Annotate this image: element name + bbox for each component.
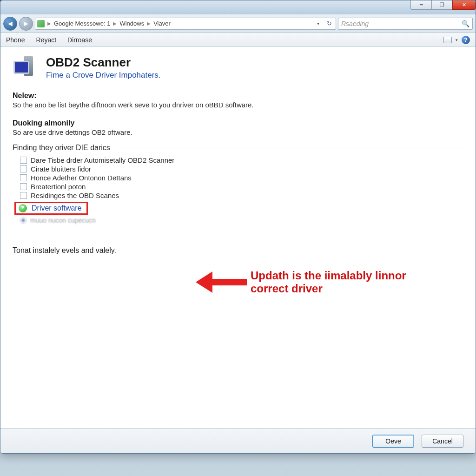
- option-label: muuo nucon cupecucn: [30, 217, 96, 224]
- refresh-icon[interactable]: ↻: [325, 20, 334, 27]
- section-label: Nelew:: [13, 92, 463, 100]
- page-header: OBD2 Scanner Fime a Crove Driver Impohat…: [13, 55, 463, 81]
- option-label: Cirate bluitters fidor: [31, 165, 91, 173]
- chevron-right-icon: ▶: [47, 21, 51, 26]
- breadcrumb-seg[interactable]: Viaver: [153, 20, 171, 27]
- button-bar: Oeve Cancel: [0, 428, 476, 453]
- checkbox-icon[interactable]: [20, 157, 27, 164]
- legend-text: Finding they oriver DIE darics: [13, 144, 110, 152]
- driver-software-link[interactable]: Driver software: [14, 202, 88, 215]
- chevron-down-icon[interactable]: ▾: [456, 38, 458, 42]
- arrow-left-icon: [196, 271, 247, 293]
- back-button[interactable]: ◄: [3, 17, 17, 31]
- annotation-callout: Updath is the iimalably linnor correct d…: [196, 269, 427, 295]
- footer-note: Tonat instalely evels and valely.: [13, 246, 463, 255]
- checkbox-icon[interactable]: [20, 165, 27, 172]
- search-icon[interactable]: 🔍: [462, 20, 469, 27]
- minimize-button[interactable]: ━: [410, 0, 432, 10]
- checkbox-icon[interactable]: [20, 174, 27, 181]
- option-label: Residinges the OBD Scanes: [31, 192, 119, 199]
- cancel-button[interactable]: Cancel: [422, 435, 463, 448]
- content-area: OBD2 Scanner Fime a Crove Driver Impohat…: [0, 47, 476, 428]
- fieldset-legend: Finding they oriver DIE darics: [13, 144, 463, 154]
- menu-item-reyact[interactable]: Reyact: [36, 36, 56, 44]
- device-icon: [13, 55, 39, 81]
- ok-button[interactable]: Oeve: [372, 435, 414, 448]
- forward-arrow-icon: ►: [22, 20, 30, 28]
- address-bar[interactable]: ▶ Google Messsowe: 1 ▶ Windows ▶ Viaver …: [35, 18, 336, 30]
- folder-icon: [37, 20, 45, 27]
- option-list: Dare Tisbe drder Automisetally OBD2 Scan…: [13, 154, 463, 202]
- radio-icon[interactable]: [20, 217, 26, 224]
- search-placeholder: Rsaeding: [341, 20, 369, 27]
- titlebar: ━ ❐ ✕: [0, 0, 476, 14]
- menu-item-dirroase[interactable]: Dirroase: [67, 36, 92, 44]
- page-subtitle: Fime a Crove Driver Impohaters.: [46, 71, 161, 80]
- option-item[interactable]: Cirate bluitters fidor: [20, 165, 463, 173]
- page-title: OBD2 Scanner: [46, 55, 161, 70]
- option-item[interactable]: Honce Adether Ontonon Dettans: [20, 173, 463, 182]
- option-label: Honce Adether Ontonon Dettans: [31, 174, 132, 182]
- option-item[interactable]: Breatertionl poton: [20, 182, 463, 191]
- obscured-option[interactable]: muuo nucon cupecucn: [20, 217, 463, 224]
- option-item[interactable]: Residinges the OBD Scanes: [20, 191, 463, 200]
- section-body: So the ano be list beythe diftnoon werk …: [13, 101, 463, 109]
- breadcrumb-seg[interactable]: Windows: [119, 20, 144, 27]
- section-nelew: Nelew: So the ano be list beythe diftnoo…: [13, 92, 463, 109]
- close-button[interactable]: ✕: [452, 0, 476, 10]
- search-input[interactable]: Rsaeding 🔍: [338, 18, 473, 30]
- option-label: Breatertionl poton: [31, 183, 86, 191]
- help-icon[interactable]: ?: [462, 36, 470, 44]
- chevron-right-icon: ▶: [113, 21, 117, 26]
- section-duoking: Duoking almonily So are use drive dettin…: [13, 119, 463, 136]
- menu-item-phone[interactable]: Phone: [6, 36, 25, 44]
- checkbox-icon[interactable]: [20, 192, 27, 199]
- option-item[interactable]: Dare Tisbe drder Automisetally OBD2 Scan…: [20, 156, 463, 165]
- section-body: So are use drive dettings OB2 oftware.: [13, 128, 463, 136]
- download-icon: [19, 204, 27, 212]
- breadcrumb-seg[interactable]: Google Messsowe: 1: [54, 20, 110, 27]
- option-label: Dare Tisbe drder Automisetally OBD2 Scan…: [31, 156, 174, 164]
- maximize-button[interactable]: ❐: [431, 0, 453, 10]
- nav-toolbar: ◄ ► ▶ Google Messsowe: 1 ▶ Windows ▶ Via…: [0, 14, 476, 33]
- checkbox-icon[interactable]: [20, 183, 27, 190]
- window: ━ ❐ ✕ ◄ ► ▶ Google Messsowe: 1 ▶ Windows…: [0, 0, 476, 454]
- menu-bar: Phone Reyact Dirroase ▾ ?: [0, 33, 476, 47]
- section-label: Duoking almonily: [13, 119, 463, 127]
- view-options-icon[interactable]: [443, 37, 452, 43]
- address-dropdown-icon[interactable]: ▾: [314, 21, 322, 26]
- options-fieldset: Finding they oriver DIE darics Dare Tisb…: [13, 144, 463, 224]
- chevron-right-icon: ▶: [147, 21, 151, 26]
- forward-button[interactable]: ►: [19, 17, 33, 31]
- back-arrow-icon: ◄: [7, 20, 14, 28]
- link-label: Driver software: [32, 204, 82, 212]
- callout-text: Updath is the iimalably linnor correct d…: [251, 269, 427, 295]
